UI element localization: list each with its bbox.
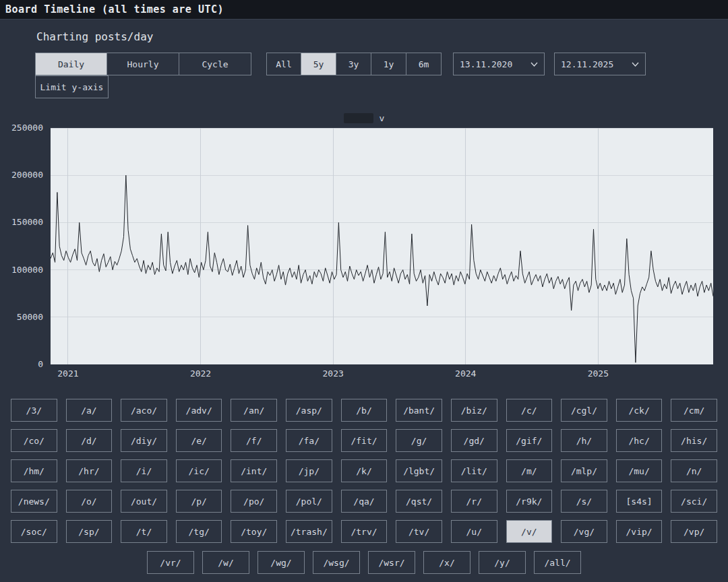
board-button-fit[interactable]: /fit/ [341, 429, 388, 452]
board-button-news[interactable]: /news/ [11, 490, 57, 513]
board-button-int[interactable]: /int/ [231, 459, 277, 482]
board-button-lgbt[interactable]: /lgbt/ [396, 459, 442, 482]
title-bar: Board Timeline (all times are UTC) [0, 0, 728, 20]
chevron-down-icon [632, 62, 639, 67]
board-button-n[interactable]: /n/ [671, 459, 717, 482]
board-button-tg[interactable]: /tg/ [176, 520, 222, 543]
range-button-5y[interactable]: 5y [301, 53, 336, 75]
board-button-i[interactable]: /i/ [121, 459, 167, 482]
board-button-hc[interactable]: /hc/ [616, 429, 663, 452]
mode-button-hourly[interactable]: Hourly [107, 53, 179, 75]
board-button-g[interactable]: /g/ [396, 429, 442, 452]
board-button-out[interactable]: /out/ [121, 490, 167, 513]
board-button-trash[interactable]: /trash/ [286, 520, 332, 543]
board-button-r[interactable]: /r/ [451, 490, 497, 513]
board-button-ic[interactable]: /ic/ [176, 459, 222, 482]
board-button-wsr[interactable]: /wsr/ [368, 551, 415, 574]
date-from-select[interactable]: 13.11.2020 [453, 53, 545, 75]
board-button-last-row: /vr//w//wg//wsg//wsr//x//y//all/ [0, 551, 728, 574]
board-button-t[interactable]: /t/ [121, 520, 167, 543]
board-button-cm[interactable]: /cm/ [671, 399, 717, 422]
mode-button-cycle[interactable]: Cycle [179, 53, 251, 75]
board-button-k[interactable]: /k/ [341, 459, 388, 482]
board-button-wsg[interactable]: /wsg/ [313, 551, 360, 574]
legend-series-label: v [380, 113, 385, 123]
board-button-c[interactable]: /c/ [506, 399, 553, 422]
board-button-h[interactable]: /h/ [561, 429, 607, 452]
board-button-tv[interactable]: /tv/ [396, 520, 442, 543]
chart-area: 0500001000001500002000002500002021202220… [0, 128, 728, 385]
board-button-trv[interactable]: /trv/ [341, 520, 388, 543]
board-button-wg[interactable]: /wg/ [257, 551, 305, 574]
board-button-e[interactable]: /e/ [176, 429, 222, 452]
range-button-1y[interactable]: 1y [371, 53, 406, 75]
app-title: Board Timeline (all times are UTC) [5, 3, 224, 15]
board-button-sci[interactable]: /sci/ [671, 490, 717, 513]
board-button-x[interactable]: /x/ [423, 551, 471, 574]
board-button-3[interactable]: /3/ [11, 399, 57, 422]
board-button-gif[interactable]: /gif/ [506, 429, 553, 452]
board-button-hm[interactable]: /hm/ [11, 459, 57, 482]
board-button-adv[interactable]: /adv/ [176, 399, 222, 422]
mode-button-daily[interactable]: Daily [35, 53, 107, 75]
range-button-3y[interactable]: 3y [336, 53, 371, 75]
page-title: Charting posts/day [36, 30, 728, 43]
board-button-aco[interactable]: /aco/ [121, 399, 167, 422]
board-button-u[interactable]: /u/ [451, 520, 497, 543]
date-to-select[interactable]: 12.11.2025 [554, 53, 646, 75]
board-button-vr[interactable]: /vr/ [147, 551, 194, 574]
x-axis-label-2023: 2023 [322, 368, 343, 379]
board-button-mu[interactable]: /mu/ [616, 459, 663, 482]
board-button-po[interactable]: /po/ [231, 490, 277, 513]
x-axis-label-2024: 2024 [455, 368, 476, 379]
chart-plot[interactable] [51, 128, 713, 364]
board-button-asp[interactable]: /asp/ [286, 399, 332, 422]
board-button-vp[interactable]: /vp/ [671, 520, 717, 543]
range-button-all[interactable]: All [266, 53, 301, 75]
board-button-s[interactable]: /s/ [561, 490, 607, 513]
range-button-6m[interactable]: 6m [406, 53, 442, 75]
board-button-soc[interactable]: /soc/ [11, 520, 57, 543]
board-button-o[interactable]: /o/ [66, 490, 113, 513]
board-button-b[interactable]: /b/ [341, 399, 388, 422]
x-axis-label-2022: 2022 [190, 368, 211, 379]
board-button-mlp[interactable]: /mlp/ [561, 459, 607, 482]
legend-series-swatch[interactable] [344, 113, 373, 123]
board-button-vg[interactable]: /vg/ [561, 520, 607, 543]
board-button-hr[interactable]: /hr/ [66, 459, 113, 482]
board-button-gd[interactable]: /gd/ [451, 429, 497, 452]
board-button-fa[interactable]: /fa/ [286, 429, 332, 452]
y-axis-label-250000: 250000 [0, 122, 43, 134]
board-button-s4s[interactable]: [s4s] [616, 490, 663, 513]
board-button-all[interactable]: /all/ [534, 551, 581, 574]
board-button-bant[interactable]: /bant/ [396, 399, 442, 422]
board-button-w[interactable]: /w/ [202, 551, 249, 574]
board-button-qa[interactable]: /qa/ [341, 490, 388, 513]
board-button-d[interactable]: /d/ [66, 429, 113, 452]
board-button-m[interactable]: /m/ [506, 459, 553, 482]
board-button-p[interactable]: /p/ [176, 490, 222, 513]
board-button-f[interactable]: /f/ [231, 429, 277, 452]
board-button-jp[interactable]: /jp/ [286, 459, 332, 482]
board-button-ck[interactable]: /ck/ [616, 399, 663, 422]
board-button-vip[interactable]: /vip/ [616, 520, 663, 543]
board-button-y[interactable]: /y/ [479, 551, 526, 574]
y-axis-label-200000: 200000 [0, 169, 43, 181]
board-button-cgl[interactable]: /cgl/ [561, 399, 607, 422]
limit-y-axis-button[interactable]: Limit y-axis [35, 75, 109, 98]
y-axis-label-50000: 50000 [0, 311, 43, 323]
board-button-qst[interactable]: /qst/ [396, 490, 442, 513]
board-button-a[interactable]: /a/ [66, 399, 113, 422]
x-axis-label-2025: 2025 [588, 368, 609, 379]
board-button-r9k[interactable]: /r9k/ [506, 490, 553, 513]
board-button-pol[interactable]: /pol/ [286, 490, 332, 513]
board-button-sp[interactable]: /sp/ [66, 520, 113, 543]
board-button-biz[interactable]: /biz/ [451, 399, 497, 422]
board-button-toy[interactable]: /toy/ [231, 520, 277, 543]
board-button-his[interactable]: /his/ [671, 429, 717, 452]
board-button-v[interactable]: /v/ [506, 520, 553, 543]
board-button-an[interactable]: /an/ [231, 399, 277, 422]
board-button-co[interactable]: /co/ [11, 429, 57, 452]
board-button-lit[interactable]: /lit/ [451, 459, 497, 482]
board-button-diy[interactable]: /diy/ [121, 429, 167, 452]
